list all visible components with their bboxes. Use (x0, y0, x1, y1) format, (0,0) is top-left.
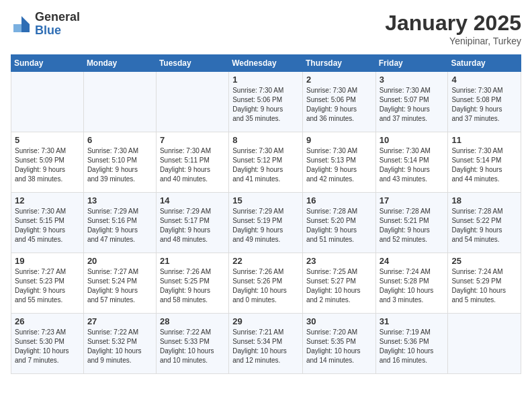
day-info: Sunrise: 7:26 AM Sunset: 5:25 PM Dayligh… (160, 267, 225, 305)
calendar-cell: 16Sunrise: 7:28 AM Sunset: 5:20 PM Dayli… (302, 193, 375, 253)
header-cell-saturday: Saturday (448, 55, 521, 72)
day-number: 23 (306, 256, 372, 266)
calendar-cell: 24Sunrise: 7:24 AM Sunset: 5:28 PM Dayli… (375, 253, 448, 314)
day-info: Sunrise: 7:28 AM Sunset: 5:22 PM Dayligh… (451, 207, 517, 244)
calendar-cell (156, 72, 228, 132)
calendar-cell (83, 72, 156, 132)
header-cell-monday: Monday (83, 55, 156, 72)
day-number: 8 (232, 135, 299, 145)
calendar-cell: 14Sunrise: 7:29 AM Sunset: 5:17 PM Dayli… (156, 193, 228, 253)
day-number: 25 (451, 256, 517, 266)
week-row-2: 5Sunrise: 7:30 AM Sunset: 5:09 PM Daylig… (11, 132, 521, 193)
calendar-cell: 2Sunrise: 7:30 AM Sunset: 5:06 PM Daylig… (302, 72, 375, 132)
day-info: Sunrise: 7:30 AM Sunset: 5:07 PM Dayligh… (380, 86, 445, 124)
day-info: Sunrise: 7:26 AM Sunset: 5:26 PM Dayligh… (232, 267, 299, 305)
day-number: 29 (232, 316, 299, 326)
page-header: General Blue January 2025 Yenipinar, Tur… (11, 11, 521, 46)
day-number: 18 (451, 195, 517, 205)
svg-marker-3 (13, 24, 21, 32)
calendar-cell: 23Sunrise: 7:25 AM Sunset: 5:27 PM Dayli… (302, 253, 375, 314)
day-number: 3 (380, 75, 445, 85)
calendar-cell: 7Sunrise: 7:30 AM Sunset: 5:11 PM Daylig… (156, 132, 228, 193)
header-cell-friday: Friday (375, 55, 448, 72)
day-info: Sunrise: 7:20 AM Sunset: 5:35 PM Dayligh… (306, 328, 372, 365)
header-cell-sunday: Sunday (11, 55, 84, 72)
day-number: 22 (232, 256, 299, 266)
day-number: 6 (87, 135, 152, 145)
calendar-cell (11, 72, 84, 132)
day-number: 26 (15, 316, 80, 326)
day-info: Sunrise: 7:30 AM Sunset: 5:06 PM Dayligh… (306, 86, 372, 124)
day-number: 31 (380, 316, 445, 326)
calendar-cell: 9Sunrise: 7:30 AM Sunset: 5:13 PM Daylig… (302, 132, 375, 193)
calendar-cell: 18Sunrise: 7:28 AM Sunset: 5:22 PM Dayli… (448, 193, 521, 253)
day-number: 11 (451, 135, 517, 145)
calendar-cell: 31Sunrise: 7:19 AM Sunset: 5:36 PM Dayli… (375, 314, 448, 374)
day-number: 19 (15, 256, 80, 266)
calendar-body: 1Sunrise: 7:30 AM Sunset: 5:06 PM Daylig… (11, 72, 521, 374)
calendar-cell (448, 314, 521, 374)
day-info: Sunrise: 7:30 AM Sunset: 5:13 PM Dayligh… (306, 146, 372, 184)
day-info: Sunrise: 7:30 AM Sunset: 5:14 PM Dayligh… (451, 146, 517, 184)
month-title: January 2025 (385, 11, 521, 36)
day-info: Sunrise: 7:23 AM Sunset: 5:30 PM Dayligh… (15, 328, 80, 365)
day-info: Sunrise: 7:22 AM Sunset: 5:32 PM Dayligh… (87, 328, 152, 365)
day-number: 5 (15, 135, 80, 145)
calendar-cell: 10Sunrise: 7:30 AM Sunset: 5:14 PM Dayli… (375, 132, 448, 193)
title-block: January 2025 Yenipinar, Turkey (385, 11, 521, 46)
day-info: Sunrise: 7:27 AM Sunset: 5:24 PM Dayligh… (87, 267, 152, 305)
day-info: Sunrise: 7:30 AM Sunset: 5:09 PM Dayligh… (15, 146, 80, 184)
day-info: Sunrise: 7:28 AM Sunset: 5:21 PM Dayligh… (380, 207, 445, 244)
day-info: Sunrise: 7:30 AM Sunset: 5:08 PM Dayligh… (451, 86, 517, 124)
location: Yenipinar, Turkey (385, 36, 521, 46)
day-info: Sunrise: 7:21 AM Sunset: 5:34 PM Dayligh… (232, 328, 299, 365)
calendar-cell: 20Sunrise: 7:27 AM Sunset: 5:24 PM Dayli… (83, 253, 156, 314)
svg-marker-2 (21, 24, 30, 32)
calendar-header: SundayMondayTuesdayWednesdayThursdayFrid… (11, 55, 521, 72)
calendar-cell: 1Sunrise: 7:30 AM Sunset: 5:06 PM Daylig… (229, 72, 303, 132)
day-number: 17 (380, 195, 445, 205)
day-info: Sunrise: 7:27 AM Sunset: 5:23 PM Dayligh… (15, 267, 80, 305)
day-number: 10 (380, 135, 445, 145)
day-info: Sunrise: 7:28 AM Sunset: 5:20 PM Dayligh… (306, 207, 372, 244)
calendar-cell: 13Sunrise: 7:29 AM Sunset: 5:16 PM Dayli… (83, 193, 156, 253)
calendar-cell: 6Sunrise: 7:30 AM Sunset: 5:10 PM Daylig… (83, 132, 156, 193)
calendar-cell: 15Sunrise: 7:29 AM Sunset: 5:19 PM Dayli… (229, 193, 303, 253)
day-info: Sunrise: 7:29 AM Sunset: 5:17 PM Dayligh… (160, 207, 225, 244)
calendar-cell: 8Sunrise: 7:30 AM Sunset: 5:12 PM Daylig… (229, 132, 303, 193)
logo-text: General Blue (35, 11, 80, 38)
day-number: 30 (306, 316, 372, 326)
svg-marker-1 (21, 16, 30, 24)
header-row: SundayMondayTuesdayWednesdayThursdayFrid… (11, 55, 521, 72)
week-row-4: 19Sunrise: 7:27 AM Sunset: 5:23 PM Dayli… (11, 253, 521, 314)
calendar-cell: 19Sunrise: 7:27 AM Sunset: 5:23 PM Dayli… (11, 253, 84, 314)
calendar-cell: 25Sunrise: 7:24 AM Sunset: 5:29 PM Dayli… (448, 253, 521, 314)
day-number: 7 (160, 135, 225, 145)
day-number: 21 (160, 256, 225, 266)
header-cell-wednesday: Wednesday (229, 55, 303, 72)
calendar-cell: 5Sunrise: 7:30 AM Sunset: 5:09 PM Daylig… (11, 132, 84, 193)
day-info: Sunrise: 7:22 AM Sunset: 5:33 PM Dayligh… (160, 328, 225, 365)
day-info: Sunrise: 7:19 AM Sunset: 5:36 PM Dayligh… (380, 328, 445, 365)
calendar-cell: 26Sunrise: 7:23 AM Sunset: 5:30 PM Dayli… (11, 314, 84, 374)
calendar-table: SundayMondayTuesdayWednesdayThursdayFrid… (11, 54, 521, 374)
logo-blue: Blue (35, 24, 80, 38)
calendar-cell: 4Sunrise: 7:30 AM Sunset: 5:08 PM Daylig… (448, 72, 521, 132)
logo-icon (11, 13, 32, 35)
day-info: Sunrise: 7:30 AM Sunset: 5:12 PM Dayligh… (232, 146, 299, 184)
calendar-cell: 17Sunrise: 7:28 AM Sunset: 5:21 PM Dayli… (375, 193, 448, 253)
day-number: 2 (306, 75, 372, 85)
week-row-5: 26Sunrise: 7:23 AM Sunset: 5:30 PM Dayli… (11, 314, 521, 374)
calendar-cell: 12Sunrise: 7:30 AM Sunset: 5:15 PM Dayli… (11, 193, 84, 253)
day-info: Sunrise: 7:24 AM Sunset: 5:29 PM Dayligh… (451, 267, 517, 305)
day-info: Sunrise: 7:29 AM Sunset: 5:16 PM Dayligh… (87, 207, 152, 244)
calendar-cell: 28Sunrise: 7:22 AM Sunset: 5:33 PM Dayli… (156, 314, 228, 374)
calendar-cell: 27Sunrise: 7:22 AM Sunset: 5:32 PM Dayli… (83, 314, 156, 374)
week-row-3: 12Sunrise: 7:30 AM Sunset: 5:15 PM Dayli… (11, 193, 521, 253)
calendar-cell: 30Sunrise: 7:20 AM Sunset: 5:35 PM Dayli… (302, 314, 375, 374)
day-number: 15 (232, 195, 299, 205)
calendar-cell: 11Sunrise: 7:30 AM Sunset: 5:14 PM Dayli… (448, 132, 521, 193)
day-number: 14 (160, 195, 225, 205)
day-number: 28 (160, 316, 225, 326)
day-number: 9 (306, 135, 372, 145)
